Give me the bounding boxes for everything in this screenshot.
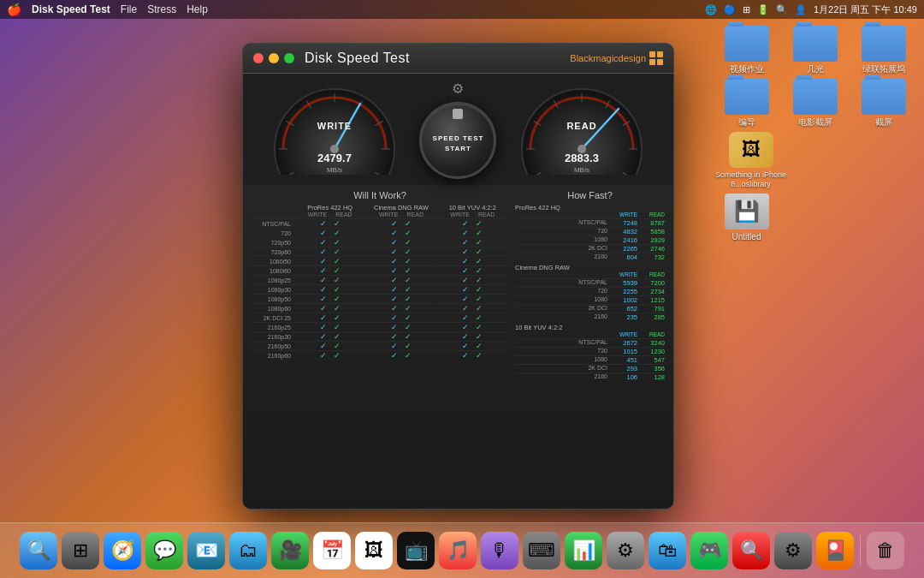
svg-text:WRITE: WRITE bbox=[317, 121, 352, 131]
dock-numbers[interactable]: 📊 bbox=[565, 532, 602, 569]
dock-gear2[interactable]: ⚙ bbox=[774, 532, 812, 569]
menubar-user[interactable]: 👤 bbox=[795, 4, 807, 15]
minimize-button[interactable] bbox=[269, 53, 279, 63]
desktop-folder-3[interactable]: 绿联拓展坞 bbox=[851, 26, 915, 74]
desktop-folder-2[interactable]: 几光 bbox=[783, 26, 847, 74]
folder-icon-2 bbox=[793, 26, 838, 62]
start-button-label: SPEED TEST START bbox=[433, 134, 484, 152]
dock-messages[interactable]: 💬 bbox=[145, 532, 183, 569]
maximize-button[interactable] bbox=[284, 53, 294, 63]
desktop-drive[interactable]: 💾 Untitled bbox=[714, 194, 779, 242]
menubar-grid[interactable]: ⊞ bbox=[743, 4, 750, 15]
bmd-sq-1 bbox=[649, 51, 655, 57]
will-row: 2160p60✓✓✓✓✓✓ bbox=[252, 350, 508, 360]
desktop-folder-4[interactable]: 编导 bbox=[714, 79, 779, 128]
menubar: 🍎 Disk Speed Test File Stress Help 🌐 🔵 ⊞… bbox=[0, 0, 924, 19]
hf-row: NTSC/PAL72488787 bbox=[515, 218, 665, 227]
dock-finder[interactable]: 🔍 bbox=[20, 532, 57, 569]
bmd-name: Blackmagicdesign bbox=[570, 53, 646, 63]
app-name[interactable]: Disk Speed Test bbox=[32, 3, 110, 15]
desktop-special[interactable]: 🖼 Something in iPhone 8...oslibrary bbox=[714, 132, 787, 189]
will-row: 1080p50✓✓✓✓✓✓ bbox=[252, 294, 508, 303]
will-row: 1080p30✓✓✓✓✓✓ bbox=[252, 284, 508, 294]
desktop-folder-1[interactable]: 视频作业 bbox=[714, 26, 779, 74]
speed-test-start-button[interactable]: SPEED TEST START bbox=[419, 102, 496, 179]
how-fast-section: How Fast? ProRes 422 HQWRITEREADNTSC/PAL… bbox=[515, 190, 665, 381]
will-row: 1080p60✓✓✓✓✓✓ bbox=[252, 303, 508, 313]
menubar-wifi[interactable]: 🌐 bbox=[705, 4, 717, 15]
desktop-row-4: 💾 Untitled bbox=[714, 194, 915, 242]
dock-trash[interactable]: 🗑 bbox=[867, 532, 904, 569]
hf-row: 2160604732 bbox=[515, 253, 665, 261]
hf-row: NTSC/PAL26723240 bbox=[515, 338, 665, 347]
svg-text:MB/s: MB/s bbox=[574, 166, 589, 174]
menu-stress[interactable]: Stress bbox=[147, 3, 176, 15]
hf-row: NTSC/PAL59397200 bbox=[515, 278, 665, 287]
dock-iqiyi[interactable]: 🎮 bbox=[690, 532, 728, 569]
hf-row: 2K DCI22652746 bbox=[515, 244, 665, 253]
menu-help[interactable]: Help bbox=[187, 3, 208, 15]
dock-photos[interactable]: 🖼 bbox=[355, 532, 393, 569]
dock-game[interactable]: 🎴 bbox=[816, 532, 854, 569]
prores-header: ProRes 422 HQ WRITE READ bbox=[294, 204, 365, 217]
menubar-bt[interactable]: 🔵 bbox=[724, 4, 736, 15]
will-it-work-section: Will It Work? ProRes 422 HQ WRITE READ C… bbox=[252, 190, 508, 381]
apple-menu[interactable]: 🍎 bbox=[7, 3, 21, 16]
hf-row: 108010021215 bbox=[515, 295, 665, 304]
folder-icon-3 bbox=[862, 26, 906, 62]
will-rows: NTSC/PAL✓✓✓✓✓✓720✓✓✓✓✓✓720p50✓✓✓✓✓✓720p6… bbox=[252, 218, 508, 360]
will-it-work-header: Will It Work? bbox=[252, 190, 508, 200]
dock-podcasts[interactable]: 🎙 bbox=[481, 532, 518, 569]
dock-launchpad[interactable]: ⊞ bbox=[62, 532, 99, 569]
dock: 🔍 ⊞ 🧭 💬 📧 🗂 🎥 📅 🖼 📺 🎵 🎙 ⌨ 📊 ⚙ 🛍 🎮 🔍 ⚙ 🎴 … bbox=[0, 522, 924, 578]
dock-files[interactable]: 🗂 bbox=[229, 532, 267, 569]
app-window: Disk Speed Test Blackmagicdesign bbox=[242, 43, 674, 509]
hf-row: 2160235285 bbox=[515, 313, 665, 321]
desktop-row-1: 视频作业 几光 绿联拓展坞 bbox=[714, 26, 915, 74]
hf-row: 72048325858 bbox=[515, 227, 665, 235]
dock-calendar[interactable]: 📅 bbox=[313, 532, 351, 569]
window-title: Disk Speed Test bbox=[305, 51, 570, 66]
menu-file[interactable]: File bbox=[121, 3, 137, 15]
yuv-header: 10 Bit YUV 4:2:2 WRITE READ bbox=[437, 204, 508, 217]
dock-appstore[interactable]: 🛍 bbox=[649, 532, 686, 569]
dock-facetime[interactable]: 🎥 bbox=[271, 532, 309, 569]
data-tables-area: Will It Work? ProRes 422 HQ WRITE READ C… bbox=[243, 185, 673, 384]
menubar-battery[interactable]: 🔋 bbox=[757, 4, 769, 15]
will-row: 720✓✓✓✓✓✓ bbox=[252, 228, 508, 237]
bmd-sq-3 bbox=[649, 59, 655, 65]
dock-separator bbox=[860, 535, 861, 566]
format-header bbox=[252, 204, 294, 217]
dock-keyboard[interactable]: ⌨ bbox=[523, 532, 560, 569]
folder-icon-1 bbox=[725, 26, 769, 62]
will-row: 1080p25✓✓✓✓✓✓ bbox=[252, 275, 508, 284]
bmd-squares bbox=[649, 51, 663, 65]
hf-row: 72010151230 bbox=[515, 347, 665, 355]
dock-search2[interactable]: 🔍 bbox=[732, 532, 770, 569]
dock-music[interactable]: 🎵 bbox=[439, 532, 477, 569]
will-row: 2160p30✓✓✓✓✓✓ bbox=[252, 331, 508, 341]
svg-text:READ: READ bbox=[566, 121, 596, 131]
desktop-folder-6[interactable]: 截屏 bbox=[851, 79, 915, 128]
will-row: 1080i60✓✓✓✓✓✓ bbox=[252, 265, 508, 275]
desktop-folder-5[interactable]: 电影截屏 bbox=[783, 79, 847, 128]
will-row: 2160p50✓✓✓✓✓✓ bbox=[252, 341, 508, 350]
settings-gear-icon[interactable]: ⚙ bbox=[452, 80, 464, 97]
bmd-sq-4 bbox=[657, 59, 663, 65]
dock-mail[interactable]: 📧 bbox=[187, 532, 225, 569]
folder-icon-5 bbox=[793, 79, 838, 115]
svg-text:2883.3: 2883.3 bbox=[565, 152, 599, 164]
folder-icon-4 bbox=[725, 79, 769, 115]
dock-settings[interactable]: ⚙ bbox=[607, 532, 644, 569]
close-button[interactable] bbox=[253, 53, 264, 63]
desktop-icons: 视频作业 几光 绿联拓展坞 编导 电影截屏 截屏 🖼 Something in … bbox=[714, 26, 915, 247]
how-fast-header: How Fast? bbox=[515, 190, 665, 200]
will-row: 720p50✓✓✓✓✓✓ bbox=[252, 237, 508, 247]
dock-appletv[interactable]: 📺 bbox=[397, 532, 435, 569]
cdng-header: Cinema DNG RAW WRITE READ bbox=[365, 204, 436, 217]
dock-safari[interactable]: 🧭 bbox=[104, 532, 141, 569]
bmd-sq-2 bbox=[657, 51, 663, 57]
menubar-search[interactable]: 🔍 bbox=[776, 4, 788, 15]
read-gauge: READ 2883.3 MB/s bbox=[518, 85, 646, 175]
how-fast-data: ProRes 422 HQWRITEREADNTSC/PAL7248878772… bbox=[515, 204, 665, 381]
